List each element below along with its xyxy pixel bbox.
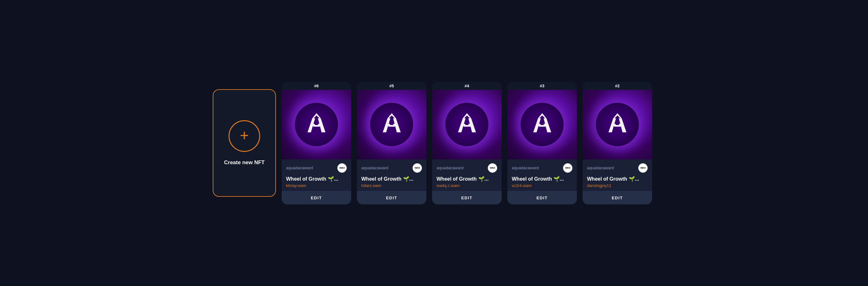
svg-marker-11 [388,125,395,126]
svg-marker-20 [538,113,547,118]
nft-card-6: #6 [282,82,351,204]
nft-info-row: aquadacaward WAX [507,160,577,174]
brand-logo-icon [453,110,481,139]
logo-circle [521,103,564,146]
wax-badge-icon: WAX [337,163,347,173]
nft-info-row: aquadacaward WAX [357,160,426,174]
nft-badge: #4 [432,82,502,90]
svg-marker-8 [388,113,396,118]
create-nft-label: Create new NFT [224,160,265,166]
nft-cards-list: #6 [282,82,652,204]
nft-badge: #3 [507,82,577,90]
svg-marker-26 [613,113,622,118]
svg-marker-17 [463,125,470,126]
svg-marker-29 [614,125,620,126]
wax-badge-icon: WAX [638,163,648,173]
logo-circle [596,103,639,146]
nft-title: Wheel of Growth 🌱... [357,174,426,182]
brand-logo-icon [378,110,406,139]
logo-circle [295,103,338,146]
nft-title: Wheel of Growth 🌱... [507,174,577,182]
nft-creator: aquadacaward [361,166,388,170]
nft-owner: klmay.wam [282,182,351,191]
nft-image [432,90,502,160]
create-circle-icon: + [228,120,260,152]
nft-info-row: aquadacaward WAX [583,160,652,174]
nft-card-4: #4 [432,82,502,204]
brand-logo-icon [603,110,631,139]
svg-marker-2 [312,113,321,118]
nft-info-row: aquadacaward WAX [282,160,351,174]
nft-image [357,90,426,160]
edit-button[interactable]: EDIT [583,191,652,204]
wax-badge-icon: WAX [412,163,422,173]
main-container: + Create new NFT #6 [213,82,655,204]
plus-icon: + [240,128,249,143]
nft-image [583,90,652,160]
edit-button[interactable]: EDIT [432,191,502,204]
nft-card-2: #2 [583,82,652,204]
svg-marker-23 [539,125,545,126]
nft-owner: dansingjoy11 [583,182,652,191]
nft-badge: #5 [357,82,426,90]
nft-title: Wheel of Growth 🌱... [282,174,351,182]
create-nft-card[interactable]: + Create new NFT [213,89,276,197]
nft-image [282,90,351,160]
nft-card-5: #5 [357,82,426,204]
nft-info-row: aquadacaward WAX [432,160,502,174]
nft-owner: ioa4q.c.wam [432,182,502,191]
svg-marker-5 [313,125,319,126]
edit-button[interactable]: EDIT [357,191,426,204]
nft-title: Wheel of Growth 🌱... [432,174,502,182]
nft-owner: vc2r4.wam [507,182,577,191]
nft-card-3: #3 [507,82,577,204]
nft-badge: #2 [583,82,652,90]
nft-badge: #6 [282,82,351,90]
logo-circle [370,103,413,146]
svg-marker-14 [463,113,471,118]
nft-image [507,90,577,160]
brand-logo-icon [528,110,556,139]
logo-circle [445,103,488,146]
nft-creator: aquadacaward [512,166,539,170]
nft-title: Wheel of Growth 🌱... [583,174,652,182]
nft-creator: aquadacaward [286,166,313,170]
nft-owner: hdars.wam [357,182,426,191]
edit-button[interactable]: EDIT [282,191,351,204]
nft-creator: aquadacaward [437,166,463,170]
edit-button[interactable]: EDIT [507,191,577,204]
brand-logo-icon [303,110,331,139]
wax-badge-icon: WAX [563,163,572,173]
nft-creator: aquadacaward [587,166,614,170]
wax-badge-icon: WAX [488,163,497,173]
